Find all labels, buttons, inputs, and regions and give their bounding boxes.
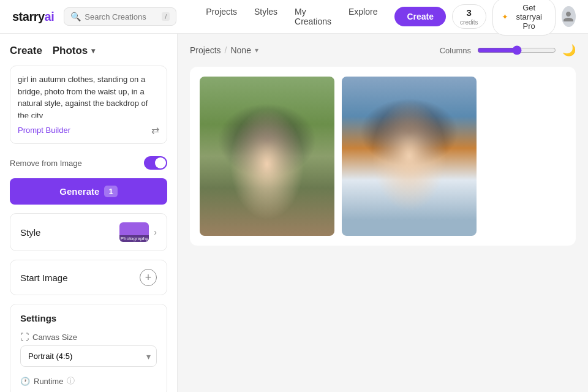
search-bar[interactable]: 🔍 / — [64, 7, 176, 26]
prompt-card: girl in autumn clothes, standing on a br… — [10, 66, 167, 144]
runtime-setting: 🕐 Runtime ⓘ — [20, 375, 157, 386]
generate-count-badge: 1 — [104, 186, 117, 197]
columns-slider[interactable] — [477, 45, 556, 55]
create-label: Create — [10, 45, 42, 57]
canvas-size-icon: ⛶ — [20, 332, 29, 342]
prompt-builder-link[interactable]: Prompt Builder — [18, 126, 70, 135]
content-header: Projects / None ▾ Columns 🌙 — [190, 43, 576, 57]
sidebar: Create Photos ▾ girl in autumn clothes, … — [0, 34, 178, 392]
style-section: Style Photography › — [10, 213, 167, 251]
style-thumb-label: Photography — [119, 235, 149, 242]
credits-badge[interactable]: 3 credits — [452, 4, 486, 29]
canvas-size-label: ⛶ Canvas Size — [20, 332, 157, 342]
star-icon: ✦ — [502, 12, 508, 21]
create-button[interactable]: Create — [394, 7, 446, 26]
nav-projects[interactable]: Projects — [198, 3, 244, 30]
breadcrumb-sep: / — [225, 45, 227, 55]
nav-styles[interactable]: Styles — [247, 3, 285, 30]
search-input[interactable] — [85, 12, 158, 21]
shuffle-icon[interactable]: ⇄ — [151, 124, 159, 136]
get-pro-button[interactable]: ✦ Get starryai Pro — [492, 0, 556, 36]
app-logo[interactable]: starryai — [12, 10, 54, 24]
main-content: Projects / None ▾ Columns 🌙 — [178, 34, 588, 392]
columns-label: Columns — [440, 46, 471, 55]
runtime-icon: 🕐 — [20, 377, 30, 386]
style-right: Photography › — [119, 222, 157, 242]
credits-count: 3 — [467, 7, 472, 19]
search-icon: 🔍 — [70, 12, 81, 21]
remove-toggle[interactable] — [144, 156, 167, 170]
images-grid — [190, 67, 576, 246]
create-title: Create Photos ▾ — [10, 45, 167, 57]
prompt-textarea[interactable]: girl in autumn clothes, standing on a br… — [18, 74, 159, 118]
generate-button[interactable]: Generate 1 — [10, 178, 167, 205]
credits-label: credits — [460, 18, 478, 26]
remove-from-image-row: Remove from Image — [10, 153, 167, 178]
avatar-icon — [562, 10, 575, 23]
style-card[interactable]: Style Photography › — [10, 213, 167, 251]
breadcrumb-projects[interactable]: Projects — [190, 45, 221, 55]
image-card-1[interactable] — [200, 77, 334, 236]
chevron-right-icon: › — [154, 227, 157, 237]
search-shortcut: / — [162, 12, 170, 21]
breadcrumb: Projects / None ▾ — [190, 45, 258, 55]
remove-label: Remove from Image — [10, 159, 82, 168]
breadcrumb-chevron-icon[interactable]: ▾ — [255, 46, 258, 55]
image-card-2[interactable] — [342, 77, 477, 236]
settings-title: Settings — [20, 313, 157, 323]
main-layout: Create Photos ▾ girl in autumn clothes, … — [0, 0, 588, 392]
nav-explore[interactable]: Explore — [341, 3, 385, 30]
breadcrumb-none[interactable]: None — [230, 45, 251, 55]
user-avatar[interactable] — [562, 6, 576, 27]
main-nav: Projects Styles My Creations Explore — [198, 3, 385, 30]
style-label: Style — [20, 227, 40, 238]
nav-my-creations[interactable]: My Creations — [287, 3, 339, 30]
add-start-image-button[interactable]: + — [140, 269, 157, 286]
app-header: starryai 🔍 / Projects Styles My Creation… — [0, 0, 588, 34]
chevron-down-icon[interactable]: ▾ — [91, 47, 95, 55]
canvas-size-text: Canvas Size — [32, 333, 77, 342]
columns-control: Columns 🌙 — [440, 43, 576, 57]
runtime-label: Runtime — [34, 377, 63, 386]
settings-card: Settings ⛶ Canvas Size Portrait (4:5) La… — [10, 304, 167, 392]
dark-mode-button[interactable]: 🌙 — [562, 43, 576, 57]
generate-label: Generate — [59, 186, 99, 197]
create-type: Photos — [53, 45, 88, 57]
header-right: Create 3 credits ✦ Get starryai Pro — [394, 0, 576, 36]
start-image-label: Start Image — [20, 273, 68, 283]
canvas-size-setting: ⛶ Canvas Size Portrait (4:5) Landscape (… — [20, 332, 157, 367]
runtime-info-icon: ⓘ — [67, 375, 75, 386]
start-image-card[interactable]: Start Image + — [10, 260, 167, 295]
pro-btn-label: Get starryai Pro — [512, 3, 546, 31]
canvas-size-select[interactable]: Portrait (4:5) Landscape (16:9) Square (… — [20, 345, 157, 367]
prompt-footer: Prompt Builder ⇄ — [18, 124, 159, 136]
canvas-size-select-wrap: Portrait (4:5) Landscape (16:9) Square (… — [20, 345, 157, 367]
style-thumbnail: Photography — [119, 222, 149, 242]
